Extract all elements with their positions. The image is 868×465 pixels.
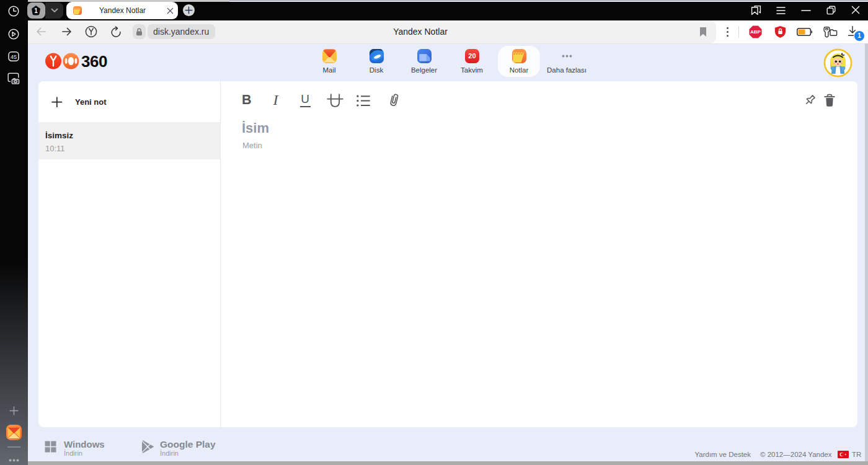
svg-text:360: 360 <box>81 53 107 69</box>
svg-text:45: 45 <box>11 54 17 60</box>
svg-text:20: 20 <box>468 52 476 60</box>
svg-text:1: 1 <box>34 7 38 14</box>
svg-text:ABP: ABP <box>750 29 761 35</box>
